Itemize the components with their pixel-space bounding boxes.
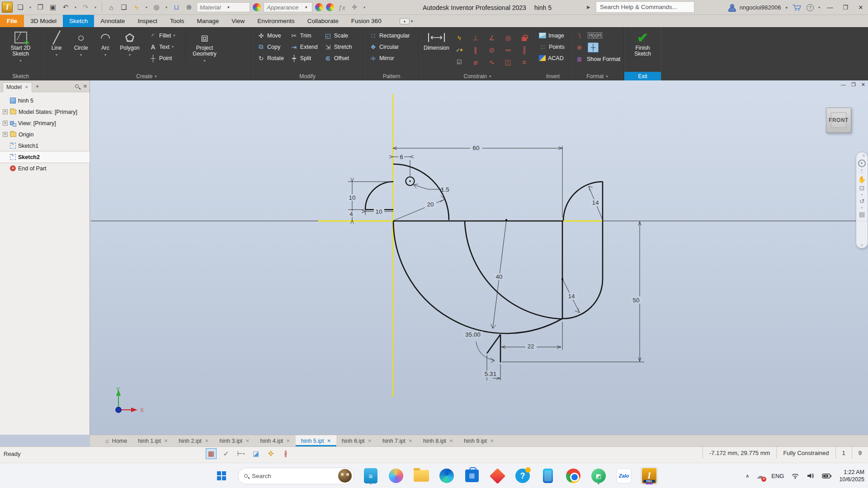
insert-points-button[interactable]: ∷Points [537,41,566,52]
circle-button[interactable]: ○ Circle▾ [69,28,93,58]
navbar-caret-icon[interactable]: ▾─ [861,169,863,174]
dim-35[interactable]: 35.00 [465,331,481,338]
tab-tools[interactable]: Tools [164,15,191,27]
panel-label-constrain[interactable]: Constrain [464,73,487,80]
tab-sketch[interactable]: Sketch [63,15,94,27]
help-search-input[interactable]: Search Help & Commands... [596,1,694,13]
snap-grid-icon[interactable]: ▦ [206,448,217,459]
slice-graphics-icon[interactable]: ◪ [250,448,261,459]
start-2d-sketch-button[interactable]: Start 2D Sketch ▾ [5,28,37,64]
expand-icon[interactable]: + [3,132,8,137]
tab-view[interactable]: View [225,15,251,27]
point-button[interactable]: ┼ Point [146,52,178,64]
constraint-settings-icon[interactable]: ☑ [451,56,467,68]
tab-manage[interactable]: Manage [190,15,225,27]
tab-close-icon[interactable]: ✕ [164,438,168,443]
tab-close-icon[interactable]: ✕ [449,438,453,443]
ribbon-collapse-icon[interactable]: ▴ [400,18,410,24]
dim-60[interactable]: 60 [472,145,479,151]
dim-5-31[interactable]: 5.31 [485,371,496,377]
doc-close-icon[interactable]: ✕ [861,82,865,88]
appearance-wheel-clear-icon[interactable] [326,3,334,11]
wifi-icon[interactable] [791,473,799,479]
open-icon[interactable]: ❐ [35,2,45,12]
scale-button[interactable]: ◱Scale [321,30,355,41]
perpendicular-constraint-icon[interactable]: ⊥ [467,32,484,44]
equal-constraint-icon[interactable]: = [516,56,533,68]
lock-constraint-icon[interactable] [516,32,533,44]
inventor-app-icon[interactable]: I [2,2,13,13]
taskbar-capcut[interactable]: ◩ [590,467,608,485]
smooth-constraint-icon[interactable]: ∿ [484,56,500,68]
update-dropdown-icon[interactable]: ▾ [164,2,169,12]
doc-tab-hinh9[interactable]: hinh 9.ipt✕ [458,435,499,446]
navbar-minimize-icon[interactable]: ⊖ [861,244,863,247]
extend-button[interactable]: ⇥Extend [287,41,321,52]
fillet-button[interactable]: ◜ Fillet▾ [146,30,178,41]
degrees-of-freedom-icon[interactable]: ✜ [265,448,276,459]
render-icon[interactable]: ⊛ [184,2,194,12]
arc-button[interactable]: ◠ Arc▾ [94,28,117,58]
text-button[interactable]: A Text▾ [146,41,178,52]
user-icon[interactable] [728,4,735,11]
navbar-caret-icon[interactable]: ▾ [861,193,863,196]
close-button[interactable]: ✕ [855,4,866,11]
tab-close-icon[interactable]: ✕ [368,438,372,443]
dim-6[interactable]: 6 [400,154,403,160]
dim-10v[interactable]: 10 [349,194,355,201]
material-wheel-icon[interactable] [253,3,261,11]
line-button[interactable]: ╱ Line▾ [45,28,68,58]
browser-add-tab-icon[interactable]: + [36,83,39,90]
help-dropdown-icon[interactable]: ▾ [818,5,820,9]
rectangular-pattern-button[interactable]: ∷Rectangular [366,30,413,41]
doc-tab-hinh2[interactable]: hinh 2.ipt✕ [173,435,214,446]
taskbar-clock[interactable]: 1:22 AM 10/6/2025 [839,469,864,483]
username[interactable]: nngocloi982006 [740,4,781,11]
restore-button[interactable]: ❐ [840,4,851,11]
browser-search-icon[interactable] [75,84,79,88]
tab-close-icon[interactable]: ✕ [205,438,208,443]
dimension-button[interactable]: ⟷ Dimension [422,28,451,51]
collinear-constraint-icon[interactable]: ═ [500,44,516,56]
split-button[interactable]: ┿Split [287,52,321,64]
minimize-button[interactable]: — [825,4,835,11]
copy-button[interactable]: ⧉Copy [254,41,287,52]
taskbar-phone-link[interactable] [539,467,557,485]
taskbar-app-diamond[interactable] [488,467,506,485]
tab-file[interactable]: File [0,15,24,27]
user-dropdown-icon[interactable]: ▾ [785,5,788,10]
tangent-circle-constraint-icon[interactable]: ⌀ [467,56,484,68]
doc-tab-home[interactable]: ⌂Home [100,435,132,446]
look-at-icon[interactable]: ▤ [859,211,865,218]
battery-icon[interactable] [822,473,832,479]
taskbar-zalo[interactable]: Zalo [615,467,633,485]
dim-10h[interactable]: 10 [375,208,382,215]
center-point-icon[interactable]: ┼ [588,42,599,52]
dim-20[interactable]: 20 [427,201,434,208]
onedrive-icon[interactable]: ☁ [756,471,764,481]
expand-icon[interactable]: + [3,109,8,114]
ribbon-collapse-control[interactable]: ▴▾ [400,15,413,27]
save-icon[interactable]: ▣ [48,2,58,12]
dim-4[interactable]: 4 [349,211,353,217]
doc-tab-hinh6[interactable]: hinh 6.ipt✕ [336,435,377,446]
help-panel-arrow-icon[interactable]: ▶ [587,5,590,9]
taskbar-edge[interactable] [438,467,456,485]
doc-tab-hinh7[interactable]: hinh 7.ipt✕ [377,435,418,446]
sketch-drawing[interactable]: 60 6 1.5 10 4 10 20 14 40 14 50 22 35.00… [90,80,868,435]
taskbar-copilot[interactable] [387,467,405,485]
mirror-button[interactable]: ◃|▹Mirror [366,52,413,64]
sketch-geometry[interactable] [365,164,603,362]
orbit-icon[interactable]: ↺ [859,198,865,205]
navbar-caret-icon[interactable]: ▾ [861,206,863,209]
appearance-wheel-add-icon[interactable] [315,3,323,11]
redo-icon[interactable]: ↷ [80,2,90,12]
vertical-constraint-icon[interactable]: ║ [516,44,533,56]
measure-icon[interactable]: ⊔ [171,2,181,12]
tree-item-sketch1[interactable]: Sketch1 [0,140,90,151]
stretch-button[interactable]: ⇲Stretch [321,41,355,52]
tab-fusion-360[interactable]: Fusion 360 [345,15,388,27]
taskbar-chrome[interactable] [564,467,582,485]
doc-minimize-icon[interactable]: — [841,82,846,88]
dim-22[interactable]: 22 [527,343,534,350]
